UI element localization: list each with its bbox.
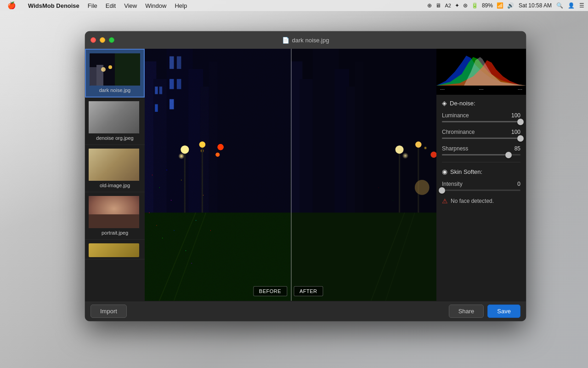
svg-rect-45	[89, 196, 139, 228]
sidebar-label-old-image: old-image.jpg	[89, 183, 141, 188]
menubar-icons: ⊕ 🖥 A2 ✦ ⊛ 🔋 89% 📶 🔊	[427, 2, 514, 9]
location-icon: ⊕	[427, 2, 432, 9]
svg-point-30	[107, 116, 121, 123]
svg-rect-79	[152, 175, 153, 175]
svg-point-47	[105, 198, 123, 220]
luminance-thumb[interactable]	[517, 119, 524, 125]
sidebar-item-portrait[interactable]: portrait.jpeg	[85, 192, 145, 240]
image-viewer: BEFORE AFTER	[145, 49, 436, 301]
sharpness-slider[interactable]	[442, 154, 520, 155]
denoise-label: De-noise:	[450, 100, 475, 107]
chrominance-thumb[interactable]	[517, 135, 524, 142]
menubar-help[interactable]: Help	[171, 1, 191, 10]
luminance-control: Luminance 100	[442, 112, 520, 122]
svg-point-71	[215, 141, 227, 153]
svg-rect-35	[125, 108, 139, 133]
svg-point-16	[109, 68, 112, 71]
sidebar-item-partial[interactable]	[85, 240, 145, 259]
menubar-window[interactable]: Window	[141, 1, 170, 10]
warning-icon: ⚠	[442, 197, 448, 205]
denoise-header: ◈ De-noise:	[442, 99, 520, 107]
denoise-icon: ◈	[442, 99, 447, 107]
intensity-value: 0	[517, 181, 520, 187]
svg-rect-40	[114, 160, 119, 181]
svg-rect-1	[92, 60, 100, 86]
svg-rect-81	[167, 170, 167, 170]
svg-rect-59	[155, 104, 158, 112]
sidebar: dark noise.jpg	[85, 49, 145, 301]
svg-point-44	[121, 155, 130, 165]
svg-rect-2	[93, 62, 95, 63]
share-button[interactable]: Share	[449, 305, 484, 318]
svg-rect-7	[105, 57, 107, 60]
luminance-slider[interactable]	[442, 121, 520, 122]
svg-rect-39	[102, 155, 112, 181]
titlebar-title: 📄 dark noise.jpg	[282, 37, 329, 44]
list-icon[interactable]: ☰	[579, 2, 584, 9]
menubar-edit[interactable]: Edit	[102, 1, 119, 10]
svg-rect-19	[90, 79, 140, 86]
svg-rect-63	[170, 79, 174, 89]
svg-point-94	[215, 153, 220, 157]
after-panel	[291, 49, 437, 301]
svg-rect-56	[153, 79, 171, 301]
intensity-slider[interactable]	[442, 190, 520, 191]
bluetooth2-icon: ⊛	[463, 2, 468, 9]
sharpness-label: Sharpness	[442, 145, 468, 152]
svg-rect-9	[113, 58, 120, 86]
svg-rect-57	[155, 86, 158, 94]
svg-rect-14	[131, 59, 133, 61]
import-button[interactable]: Import	[90, 305, 127, 318]
before-panel	[145, 49, 291, 301]
apple-menu[interactable]: 🍎	[4, 0, 20, 11]
sidebar-item-denoise-org[interactable]: denoise org.jpeg	[85, 98, 145, 145]
svg-rect-88	[196, 220, 196, 221]
luminance-fill	[442, 121, 520, 122]
thumbnail-dark-noise	[90, 53, 140, 86]
sidebar-item-old-image[interactable]: old-image.jpg	[85, 145, 145, 192]
svg-rect-20	[94, 74, 95, 75]
save-button[interactable]: Save	[487, 305, 520, 318]
sharpness-thumb[interactable]	[505, 152, 512, 158]
maximize-button[interactable]	[109, 37, 114, 43]
luminance-label-row: Luminance 100	[442, 112, 520, 119]
svg-point-111	[414, 180, 429, 195]
minimize-button[interactable]	[100, 37, 105, 43]
close-button[interactable]	[90, 37, 96, 43]
svg-rect-36	[89, 149, 139, 181]
svg-rect-67	[200, 86, 212, 301]
svg-rect-85	[162, 238, 163, 238]
bluetooth-icon: ✦	[455, 2, 459, 9]
svg-point-70	[195, 144, 211, 161]
svg-rect-41	[121, 153, 132, 181]
menubar-time: Sat 10:58 AM	[519, 2, 552, 9]
svg-point-53	[116, 207, 119, 210]
menubar-view[interactable]: View	[120, 1, 141, 10]
svg-point-52	[108, 207, 112, 210]
chrominance-slider[interactable]	[442, 138, 520, 139]
svg-line-33	[102, 124, 130, 126]
wifi-icon: 📶	[497, 2, 503, 9]
menubar-file[interactable]: File	[84, 1, 101, 10]
menubar-app-name[interactable]: WidsMob Denoise	[24, 1, 83, 10]
search-menubar-icon[interactable]: 🔍	[556, 2, 563, 9]
svg-rect-55	[145, 61, 156, 301]
svg-rect-11	[127, 57, 136, 86]
chrominance-label: Chrominance	[442, 129, 475, 135]
warning-text: No face detected.	[451, 198, 494, 204]
intensity-thumb[interactable]	[439, 187, 445, 194]
svg-rect-37	[89, 149, 139, 181]
sidebar-label-dark-noise: dark noise.jpg	[90, 87, 140, 93]
svg-rect-87	[149, 213, 150, 213]
bottom-bar: Import Share Save	[85, 301, 526, 321]
svg-rect-61	[170, 56, 174, 69]
histogram-canvas	[436, 49, 526, 86]
svg-rect-54	[145, 49, 291, 301]
svg-rect-84	[156, 225, 157, 226]
svg-rect-29	[89, 101, 139, 133]
sidebar-item-dark-noise[interactable]: dark noise.jpg	[85, 49, 145, 98]
titlebar: 📄 dark noise.jpg	[85, 31, 526, 49]
chrominance-fill	[442, 138, 520, 139]
svg-point-17	[113, 69, 116, 72]
after-label: AFTER	[294, 286, 323, 296]
